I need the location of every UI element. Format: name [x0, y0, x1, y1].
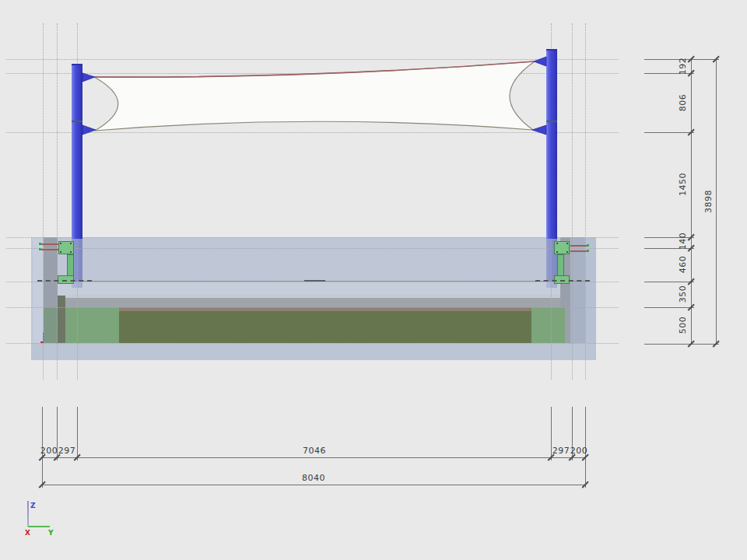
bolt — [60, 251, 61, 253]
dim-label-total[interactable]: 8040 — [302, 473, 325, 483]
tie-rod — [570, 250, 587, 252]
dim-label[interactable]: 350 — [678, 285, 688, 303]
fixture-bar — [67, 254, 74, 276]
ext-line — [644, 307, 694, 308]
dim-line — [691, 59, 692, 344]
axis-y-label: Y — [48, 529, 54, 537]
tie-rod — [40, 243, 59, 245]
bolt — [70, 243, 72, 244]
axis-x-label: X — [25, 529, 30, 537]
dim-label[interactable]: 7046 — [303, 446, 326, 456]
hidden-edge-dash — [37, 280, 92, 282]
sail-layer — [0, 0, 747, 560]
bolt — [556, 243, 558, 244]
rod-cap — [587, 244, 589, 247]
dim-line — [42, 457, 585, 458]
ext-line — [644, 282, 694, 282]
axis-z-line — [27, 501, 29, 527]
dim-label[interactable]: 460 — [678, 256, 688, 274]
hidden-edge-dash — [535, 280, 590, 282]
rod-cap — [39, 248, 41, 250]
ext-line — [644, 344, 719, 345]
dim-label[interactable]: 297 — [552, 446, 570, 456]
dim-label[interactable]: 200 — [570, 446, 588, 456]
dim-label[interactable]: 200 — [40, 446, 58, 456]
bracket-right-top[interactable] — [534, 57, 546, 66]
dim-label[interactable]: 500 — [678, 317, 688, 334]
dim-label[interactable]: 192 — [678, 58, 688, 75]
dim-label[interactable]: 140 — [678, 233, 688, 250]
dim-label[interactable]: 1450 — [678, 173, 688, 196]
dim-label[interactable]: 806 — [678, 94, 688, 112]
tie-rod — [570, 245, 587, 247]
bolt — [566, 251, 568, 253]
bolt — [70, 251, 72, 253]
axis-z-label: Z — [30, 502, 36, 509]
dim-line-total — [42, 485, 585, 485]
shade-sail[interactable] — [94, 61, 535, 131]
fixture-bar — [557, 254, 564, 276]
bolt — [566, 243, 568, 244]
rod-cap — [39, 243, 41, 245]
ext-line — [77, 407, 78, 460]
bracket-left-top[interactable] — [82, 73, 95, 82]
bolt — [60, 243, 61, 244]
dim-label[interactable]: 297 — [58, 446, 76, 456]
ext-line — [644, 132, 694, 133]
tie-rod — [40, 249, 59, 250]
dim-line-total — [716, 59, 717, 344]
bolt — [556, 251, 558, 253]
rod-cap — [587, 250, 589, 252]
cad-viewport[interactable]: 192 806 1450 140 460 350 500 3898 200 29… — [0, 0, 747, 560]
bracket-left-bottom[interactable] — [82, 125, 96, 135]
axis-y-line — [28, 526, 50, 527]
bracket-right-bottom[interactable] — [532, 125, 546, 135]
dim-label-total[interactable]: 3898 — [703, 190, 714, 213]
